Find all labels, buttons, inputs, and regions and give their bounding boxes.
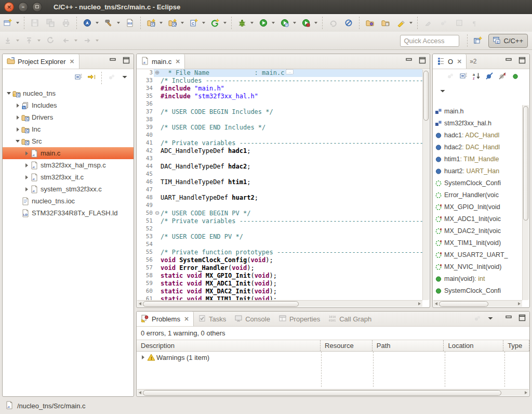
external-tools-button[interactable] bbox=[299, 16, 313, 30]
tree-item-main-c[interactable]: .cmain.c bbox=[3, 147, 134, 159]
expand-arrow-icon[interactable] bbox=[15, 104, 21, 108]
window-minimize-button[interactable]: – bbox=[18, 2, 28, 12]
column-header-path[interactable]: Path bbox=[373, 340, 444, 351]
editor-horizontal-scrollbar[interactable] bbox=[137, 300, 422, 307]
dropdown-arrow-icon[interactable] bbox=[223, 22, 227, 24]
outline-vertical-scrollbar[interactable] bbox=[522, 105, 529, 300]
maximize-view-button[interactable] bbox=[417, 56, 428, 67]
maximize-view-button[interactable] bbox=[517, 56, 527, 67]
expand-arrow-icon[interactable] bbox=[23, 175, 30, 179]
dropdown-arrow-icon[interactable] bbox=[293, 22, 296, 24]
link-with-editor-button[interactable] bbox=[86, 72, 97, 84]
tree-item-includes[interactable]: hIncludes bbox=[3, 99, 134, 111]
open-element-folder-button[interactable] bbox=[363, 16, 377, 30]
sort-az-button[interactable]: az bbox=[471, 71, 482, 83]
expand-arrow-icon[interactable] bbox=[140, 355, 146, 359]
outline-horizontal-scrollbar[interactable] bbox=[433, 300, 522, 307]
warnings-group-row[interactable]: ! Warnings (1 item) bbox=[137, 352, 529, 363]
collapse-all-button[interactable] bbox=[73, 72, 84, 84]
folded-region-indicator[interactable]: ‥ bbox=[286, 69, 294, 74]
column-header-description[interactable]: Description bbox=[137, 340, 321, 351]
close-icon[interactable]: × bbox=[69, 58, 74, 65]
outline-item-hdac2[interactable]: hdac2 : DAC_Handl bbox=[433, 141, 523, 153]
outline-item-mx-gpio-init-void[interactable]: sMX_GPIO_Init(void bbox=[433, 201, 523, 213]
view-menu-button[interactable] bbox=[485, 314, 496, 325]
tree-item-stm32f3xx-it-c[interactable]: .cstm32f3xx_it.c bbox=[3, 171, 134, 183]
run-button[interactable] bbox=[256, 16, 271, 30]
debug-compass-button[interactable] bbox=[80, 16, 95, 30]
outline-item-main-void-[interactable]: main(void) : int bbox=[433, 273, 523, 284]
build-hammer-button[interactable] bbox=[101, 16, 116, 30]
close-icon[interactable]: × bbox=[457, 58, 462, 65]
search-flashlight-button[interactable] bbox=[394, 16, 408, 30]
expand-arrow-icon[interactable] bbox=[23, 163, 30, 167]
new-c-file-button[interactable]: C bbox=[187, 16, 201, 30]
tab-console[interactable]: Console bbox=[230, 312, 274, 326]
dropdown-arrow-icon[interactable] bbox=[272, 22, 275, 24]
scroll-right-icon[interactable] bbox=[518, 302, 521, 305]
outline-item-mx-nvic-init-void-[interactable]: sMX_NVIC_Init(void) bbox=[433, 261, 523, 273]
view-menu-button[interactable] bbox=[437, 86, 448, 98]
scrollbar-thumb[interactable] bbox=[143, 301, 299, 307]
minimize-view-button[interactable] bbox=[404, 56, 414, 67]
tab-tasks[interactable]: Tasks bbox=[194, 312, 230, 326]
column-header-location[interactable]: Location bbox=[444, 340, 503, 351]
tab-main-c[interactable]: .c main.c × bbox=[137, 54, 185, 69]
new-wizard-button[interactable] bbox=[1, 16, 15, 30]
outline-item-htim1[interactable]: htim1 : TIM_Handle bbox=[433, 153, 523, 165]
tree-item-inc[interactable]: CInc bbox=[3, 123, 134, 135]
problems-horizontal-scrollbar[interactable] bbox=[137, 389, 529, 396]
debug-bug-button[interactable] bbox=[235, 16, 249, 30]
tab-properties[interactable]: Properties bbox=[274, 312, 324, 326]
tree-item-stm32f334r8tx-flash-ld[interactable]: LDSTM32F334R8Tx_FLASH.ld bbox=[3, 207, 134, 219]
outline-item-mx-nvic-init-void[interactable]: sMX_NVIC_Init(void bbox=[433, 296, 523, 300]
column-header-resource[interactable]: Resource bbox=[321, 340, 373, 351]
dropdown-arrow-icon[interactable] bbox=[16, 22, 19, 24]
outline-item-error-handler-voic[interactable]: Error_Handler(voic bbox=[433, 189, 523, 201]
maximize-view-button[interactable] bbox=[121, 56, 131, 67]
open-resource-folder-button[interactable] bbox=[378, 16, 393, 30]
close-icon[interactable]: × bbox=[184, 315, 189, 322]
outline-item-mx-tim1-init-void-[interactable]: sMX_TIM1_Init(void) bbox=[433, 237, 523, 249]
hide-static-button[interactable]: s bbox=[497, 71, 508, 83]
outline-item-mx-usart2-uart-[interactable]: sMX_USART2_UART_ bbox=[433, 249, 523, 261]
dropdown-arrow-icon[interactable] bbox=[202, 22, 205, 24]
tab-problems[interactable]: Problems× bbox=[137, 312, 194, 326]
outline-item-huart2[interactable]: huart2 : UART_Han bbox=[433, 165, 523, 177]
fold-expand-icon[interactable]: ⊕ bbox=[154, 69, 161, 77]
minimize-view-button[interactable] bbox=[503, 56, 514, 67]
close-icon[interactable]: × bbox=[175, 58, 180, 65]
expand-arrow-icon[interactable] bbox=[15, 127, 21, 132]
column-header-type[interactable]: Type bbox=[503, 340, 529, 351]
tree-item-src[interactable]: CSrc bbox=[3, 135, 134, 147]
outline-item-hadc1[interactable]: hadc1 : ADC_Handl bbox=[433, 129, 523, 141]
editor-vertical-scrollbar[interactable] bbox=[422, 70, 429, 300]
outline-item-main-h[interactable]: main.h bbox=[433, 105, 523, 117]
scroll-left-icon[interactable] bbox=[435, 302, 437, 305]
scroll-right-icon[interactable] bbox=[525, 391, 527, 394]
scrollbar-thumb[interactable] bbox=[439, 301, 488, 307]
tab-call-graph[interactable]: 10100101Call Graph bbox=[324, 312, 376, 326]
tree-item-stm32f3xx-hal-msp-c[interactable]: .cstm32f3xx_hal_msp.c bbox=[3, 159, 134, 171]
collapse-all-button[interactable] bbox=[458, 71, 469, 83]
new-cpp-project-button[interactable]: C+ bbox=[165, 16, 180, 30]
scroll-left-icon[interactable] bbox=[139, 391, 141, 394]
window-maximize-button[interactable] bbox=[32, 2, 42, 12]
tree-item-nucleo-tns-ioc[interactable]: nucleo_tns.ioc bbox=[3, 195, 134, 207]
dropdown-arrow-icon[interactable] bbox=[117, 22, 120, 24]
dropdown-arrow-icon[interactable] bbox=[96, 22, 99, 24]
expand-arrow-icon[interactable] bbox=[6, 92, 12, 95]
perspective-button-cpp[interactable]: C C/C++ bbox=[488, 34, 528, 48]
expand-arrow-icon[interactable] bbox=[15, 115, 21, 120]
fold-collapse-icon[interactable]: ⊖ bbox=[154, 210, 161, 217]
more-views-indicator[interactable]: »2 bbox=[467, 58, 480, 65]
scrollbar-thumb[interactable] bbox=[523, 106, 528, 221]
quick-access-input[interactable] bbox=[400, 35, 459, 47]
dropdown-arrow-icon[interactable] bbox=[181, 22, 184, 24]
profile-button[interactable] bbox=[277, 16, 292, 30]
scroll-right-icon[interactable] bbox=[418, 302, 421, 305]
outline-item-mx-dac2-init-voic[interactable]: sMX_DAC2_Init(voic bbox=[433, 225, 523, 237]
hide-fields-button[interactable] bbox=[484, 71, 495, 83]
editor-code-area[interactable]: 3⊕ * File Name : main.c‥33/* Includes --… bbox=[137, 69, 422, 300]
scrollbar-thumb[interactable] bbox=[423, 71, 429, 121]
